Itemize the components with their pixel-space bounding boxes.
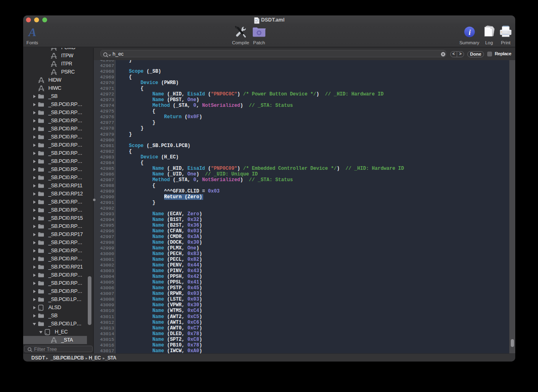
svg-text:i: i <box>469 28 471 37</box>
